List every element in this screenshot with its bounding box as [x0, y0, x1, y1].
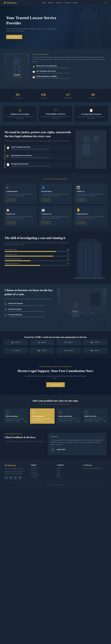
footer-company-title: Company	[57, 464, 80, 466]
testimonial-stars: ★★★★★	[50, 436, 104, 438]
step-2-check: ✓	[32, 410, 35, 414]
family-law-icon: 👨‍👩‍👧	[76, 186, 105, 189]
footer-youtube-icon[interactable]: yt	[18, 476, 22, 479]
svg-rect-40	[84, 308, 91, 316]
service-criminal-defense-button[interactable]: Learn More	[6, 198, 16, 201]
service-personal-injury-button[interactable]: Learn More	[42, 198, 51, 201]
skill-bar-divorce-family: Divorce and Family Law Cases 40%	[4, 258, 70, 261]
logo[interactable]: ⚖ Advocacy	[4, 1, 17, 4]
nav-services[interactable]: Services ▾	[56, 2, 62, 4]
footer-company-partners[interactable]: Partners	[57, 476, 80, 477]
logo-item-2: ◈ Lớipsum	[30, 340, 54, 345]
step-3-check-icon: ✓	[59, 412, 60, 413]
service-corporate-law-desc: Lorem ipsum dolor sit amet consectetur a…	[42, 216, 70, 219]
whyus-item-expertise: ✓ Expertise & Superior Lorem ipsum dolor…	[4, 308, 54, 312]
hero-cta-button[interactable]: Get Consultation	[6, 35, 22, 39]
services-grid: ⚖ Criminal Defense Lorem ipsum dolor sit…	[4, 184, 107, 226]
svg-rect-7	[88, 21, 90, 49]
service-personal-injury-title: Personal Injury	[42, 190, 70, 192]
stat-experience-number: 20+	[14, 92, 22, 96]
justice-icon: ⚖	[5, 108, 35, 112]
svg-rect-4	[83, 9, 92, 12]
footer-company-blog[interactable]: Blog	[57, 474, 80, 475]
about-feature-3-text: Flexible appointment availability Lorem …	[36, 76, 70, 79]
logo-7-icon: ◎	[64, 349, 66, 352]
cta-tagline: Decent Legal Support, Your Free Consulta…	[4, 366, 106, 367]
svg-rect-29	[90, 244, 92, 279]
whyus-item-satisfaction-desc: Lorem ipsum dolor sit amet consectetur a…	[8, 316, 45, 318]
about-features-list: ⚡ Quick access to our professionals Lore…	[32, 65, 106, 79]
cta-button[interactable]: Free Consultation	[46, 382, 64, 387]
corporate-law-icon: 🏢	[42, 208, 70, 212]
service-family-law-button[interactable]: Learn More	[76, 198, 86, 201]
svg-rect-23	[102, 159, 102, 167]
skill-bars-list: Personal Injury Claims 80% Criminal Defe…	[4, 249, 70, 266]
footer-company-press[interactable]: Press	[57, 472, 80, 473]
footer-brand-col-2-name: Advocacy	[85, 464, 92, 466]
testimonial-card-1: ★★★★★ "I am very grateful for the excell…	[48, 433, 106, 455]
footer-support-cookie[interactable]: Cookie Policy	[31, 476, 54, 477]
skill-bar-personal-injury-track	[4, 251, 70, 252]
footer-facebook-icon[interactable]: f	[4, 476, 8, 479]
representing-item-icon: 🏛	[6, 155, 10, 158]
social-in-icon[interactable]: in	[106, 2, 107, 4]
hero-content: Your Trusted Lawyer Service Provider We …	[6, 15, 58, 39]
quick-access-icon: ⚡	[32, 66, 35, 68]
svg-rect-2	[92, 18, 102, 49]
stat-experience-label: Years Experience	[14, 97, 22, 98]
hero-description: We offer you the best legal representati…	[6, 28, 58, 32]
step-3-title: Analysis and Strategy	[58, 416, 79, 417]
footer-support-help[interactable]: Help Center	[31, 467, 54, 469]
footer-company-about[interactable]: About Us	[57, 467, 80, 469]
skills-content: The skill of investigating a case and wi…	[4, 236, 70, 266]
footer-company-careers[interactable]: Careers	[57, 470, 80, 471]
stand-item-consultation-title: Legal Consultation and Advise	[11, 146, 50, 148]
whyus-team-image	[57, 288, 106, 327]
nav-home[interactable]: Home	[42, 2, 46, 4]
svg-rect-35	[60, 313, 103, 327]
logo-text: Advocacy	[6, 2, 17, 4]
stand-description: Lorem ipsum dolor sit amet, consectetur …	[4, 140, 72, 142]
service-criminal-defense-desc: Lorem ipsum dolor sit amet consectetur a…	[6, 193, 34, 197]
service-family-law-desc: Lorem ipsum dolor sit amet consectetur a…	[76, 193, 105, 197]
svg-rect-33	[74, 278, 105, 279]
footer-support-contact[interactable]: Contact Us	[31, 470, 54, 471]
footer-instagram-icon[interactable]: in	[14, 476, 17, 479]
service-corporate-law-button[interactable]: Learn More	[42, 221, 51, 224]
social-fb-icon[interactable]: f	[103, 2, 104, 4]
trusted-title: Trusted by 25,000+ world-class brands an…	[4, 336, 107, 338]
logo-1-icon: ◆	[12, 341, 13, 344]
nav-pages[interactable]: Pages ▾	[73, 2, 78, 4]
testimonial-text: "I am very grateful for the excellent le…	[50, 439, 104, 446]
svg-rect-14	[16, 66, 18, 74]
step-4-check-icon: ✓	[86, 412, 87, 413]
stand-item-documents-title: Managing Legal Documents	[11, 163, 50, 165]
footer-support-terms[interactable]: Terms of Service	[31, 474, 54, 475]
whyus-item-satisfaction-title: Customer Satisfaction	[8, 314, 45, 316]
logo-item-8: ◆ Logipsum	[83, 348, 107, 353]
service-property-law-button[interactable]: Learn More	[6, 221, 16, 224]
logo-item-3: ◎ Logipsum	[57, 340, 81, 345]
logo-6-text: Logipsum	[41, 350, 47, 351]
step-4-title: Fight For In Court	[85, 416, 106, 417]
footer-logo: ⚖ Advocacy	[4, 464, 28, 467]
svg-rect-13	[20, 67, 23, 76]
footer-twitter-icon[interactable]: t	[9, 476, 13, 479]
service-family-law: 👨‍👩‍👧 Family Law Lorem ipsum dolor sit a…	[74, 184, 107, 204]
social-tw-icon[interactable]: t	[105, 2, 105, 4]
footer-support-privacy[interactable]: Privacy Policy	[31, 472, 54, 473]
hero-title: Your Trusted Lawyer Service Provider	[6, 15, 58, 26]
stats-section: 20+ Years Experience 45k Cases Done 4.7 …	[0, 89, 111, 102]
property-law-icon: 🏠	[6, 208, 34, 212]
step-3-check: ✓	[58, 410, 62, 414]
nav-about[interactable]: About us	[48, 2, 54, 4]
flexible-checkbox: ✓	[4, 303, 7, 305]
skills-section: The skill of investigating a case and wi…	[0, 231, 111, 284]
satisfaction-checkbox: ✓	[4, 314, 7, 316]
nav-contact[interactable]: Contact us	[64, 2, 71, 4]
stand-team-image	[76, 130, 106, 169]
service-employment-law-button[interactable]: Learn More	[76, 221, 86, 224]
footer-brand-col-2-icon: ⚖	[83, 464, 85, 466]
about-description: Lorem ipsum dolor sit amet, consectetur …	[32, 56, 106, 63]
whyus-item-flexible-title: Flexible and Adaptable	[8, 303, 45, 304]
